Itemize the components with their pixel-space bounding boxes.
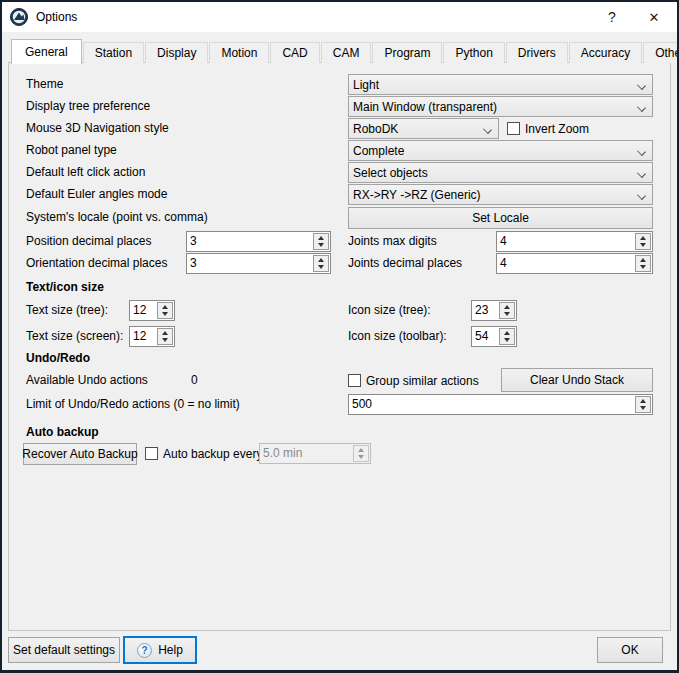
joints-dp-spinbox[interactable]: 4 xyxy=(496,253,653,274)
orientation-dp-spinbox[interactable]: 3 xyxy=(186,253,331,274)
tab-general[interactable]: General xyxy=(11,39,82,64)
spin-up-icon[interactable] xyxy=(500,303,514,311)
tab-drivers[interactable]: Drivers xyxy=(506,42,568,63)
spin-down-icon[interactable] xyxy=(500,311,514,319)
spin-down-icon[interactable] xyxy=(158,337,172,345)
tab-cad[interactable]: CAD xyxy=(270,42,319,63)
chevron-down-icon xyxy=(637,169,646,178)
chevron-down-icon xyxy=(637,81,646,90)
left-click-label: Default left click action xyxy=(26,162,145,183)
tab-program[interactable]: Program xyxy=(372,42,442,63)
mouse-nav-dropdown[interactable]: RoboDK xyxy=(348,118,499,139)
spin-up-icon[interactable] xyxy=(158,303,172,311)
group-similar-actions-label: Group similar actions xyxy=(366,374,479,388)
mouse-nav-label: Mouse 3D Navigation style xyxy=(26,118,169,139)
clear-undo-stack-button[interactable]: Clear Undo Stack xyxy=(501,368,653,392)
euler-mode-label: Default Euler angles mode xyxy=(26,184,167,205)
invert-zoom-checkbox[interactable]: Invert Zoom xyxy=(507,118,589,139)
options-dialog: Options ? ✕ General Station Display Moti… xyxy=(0,0,679,673)
theme-dropdown-value: Light xyxy=(353,78,379,92)
set-locale-button[interactable]: Set Locale xyxy=(348,207,653,229)
chevron-down-icon xyxy=(637,103,646,112)
tab-other[interactable]: Other xyxy=(643,42,679,63)
general-tab-pane: Theme Light Display tree preference Main… xyxy=(8,62,671,631)
robot-panel-dropdown[interactable]: Complete xyxy=(348,140,653,161)
spin-up-icon[interactable] xyxy=(636,256,650,264)
left-click-dropdown[interactable]: Select objects xyxy=(348,162,653,183)
tab-accuracy[interactable]: Accuracy xyxy=(569,42,642,63)
titlebar: Options ? ✕ xyxy=(2,2,677,32)
spin-down-icon[interactable] xyxy=(636,264,650,272)
icon-size-tree-spinbox[interactable]: 23 xyxy=(471,300,517,321)
spin-down-icon[interactable] xyxy=(636,405,650,413)
help-button[interactable]: ? Help xyxy=(123,636,197,664)
icon-size-tree-label: Icon size (tree): xyxy=(348,300,431,321)
group-similar-actions-checkbox[interactable]: Group similar actions xyxy=(348,370,479,391)
spin-down-icon[interactable] xyxy=(636,242,650,250)
joints-dp-value: 4 xyxy=(497,254,634,273)
chevron-down-icon xyxy=(637,191,646,200)
spin-up-icon[interactable] xyxy=(636,234,650,242)
undo-limit-value: 500 xyxy=(349,395,634,414)
icon-size-tree-value: 23 xyxy=(472,301,498,320)
spin-down-icon[interactable] xyxy=(314,242,328,250)
auto-backup-interval-value: 5.0 min xyxy=(260,444,352,463)
text-size-tree-spinbox[interactable]: 12 xyxy=(129,300,175,321)
spin-up-icon[interactable] xyxy=(158,329,172,337)
euler-mode-dropdown[interactable]: RX->RY ->RZ (Generic) xyxy=(348,184,653,205)
spin-down-icon[interactable] xyxy=(314,264,328,272)
chevron-down-icon xyxy=(483,125,492,134)
tree-preference-dropdown-value: Main Window (transparent) xyxy=(353,100,497,114)
tab-python[interactable]: Python xyxy=(443,42,504,63)
locale-label: System's locale (point vs. comma) xyxy=(26,207,208,228)
spin-down-icon[interactable] xyxy=(500,337,514,345)
help-button-label: Help xyxy=(158,643,183,657)
position-dp-spinbox[interactable]: 3 xyxy=(186,231,331,252)
text-size-tree-value: 12 xyxy=(130,301,156,320)
tab-bar: General Station Display Motion CAD CAM P… xyxy=(2,41,677,63)
icon-size-toolbar-value: 54 xyxy=(472,327,498,346)
spin-up-icon[interactable] xyxy=(314,256,328,264)
text-size-screen-spinbox[interactable]: 12 xyxy=(129,326,175,347)
tab-motion[interactable]: Motion xyxy=(209,42,269,63)
window-close-button[interactable]: ✕ xyxy=(633,2,675,32)
orientation-dp-label: Orientation decimal places xyxy=(26,253,167,274)
joints-max-label: Joints max digits xyxy=(348,231,437,252)
joints-dp-label: Joints decimal places xyxy=(348,253,462,274)
tab-display[interactable]: Display xyxy=(145,42,208,63)
icon-size-toolbar-label: Icon size (toolbar): xyxy=(348,326,447,347)
text-icon-size-heading: Text/icon size xyxy=(26,280,104,294)
robodk-logo-icon xyxy=(10,8,28,26)
mouse-nav-dropdown-value: RoboDK xyxy=(353,122,398,136)
window-help-button[interactable]: ? xyxy=(591,2,633,32)
checkbox-unchecked-icon[interactable] xyxy=(507,122,520,135)
joints-max-value: 4 xyxy=(497,232,634,251)
spin-up-icon xyxy=(354,446,368,454)
theme-dropdown[interactable]: Light xyxy=(348,74,653,95)
available-undo-label: Available Undo actions xyxy=(26,370,148,391)
set-default-settings-button[interactable]: Set default settings xyxy=(8,637,120,663)
window-title: Options xyxy=(36,10,77,24)
spin-up-icon[interactable] xyxy=(314,234,328,242)
tab-cam[interactable]: CAM xyxy=(321,42,372,63)
undo-limit-spinbox[interactable]: 500 xyxy=(348,394,653,415)
spin-up-icon[interactable] xyxy=(636,397,650,405)
tab-station[interactable]: Station xyxy=(83,42,144,63)
help-question-icon: ? xyxy=(137,643,152,658)
position-dp-label: Position decimal places xyxy=(26,231,151,252)
tree-preference-dropdown[interactable]: Main Window (transparent) xyxy=(348,96,653,117)
checkbox-unchecked-icon[interactable] xyxy=(348,374,361,387)
icon-size-toolbar-spinbox[interactable]: 54 xyxy=(471,326,517,347)
available-undo-value: 0 xyxy=(191,370,198,391)
checkbox-unchecked-icon[interactable] xyxy=(145,447,158,460)
ok-button[interactable]: OK xyxy=(597,637,663,663)
auto-backup-label: Auto backup every xyxy=(163,447,262,461)
recover-auto-backup-button[interactable]: Recover Auto Backup xyxy=(23,443,137,465)
chevron-down-icon xyxy=(637,147,646,156)
auto-backup-heading: Auto backup xyxy=(26,425,99,439)
auto-backup-checkbox[interactable]: Auto backup every xyxy=(145,443,262,464)
auto-backup-interval-spinbox: 5.0 min xyxy=(259,443,371,464)
spin-up-icon[interactable] xyxy=(500,329,514,337)
spin-down-icon[interactable] xyxy=(158,311,172,319)
joints-max-spinbox[interactable]: 4 xyxy=(496,231,653,252)
